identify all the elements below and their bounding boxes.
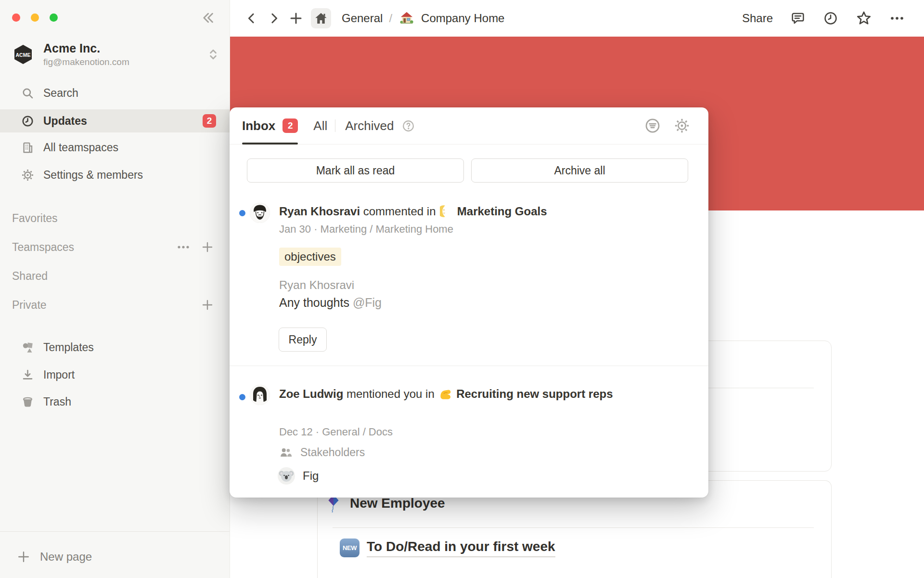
share-button[interactable]: Share — [742, 12, 773, 25]
sidebar-item-trash[interactable]: Trash — [0, 390, 230, 413]
sidebar-section-favorites[interactable]: Favorites — [12, 207, 213, 230]
window-controls — [12, 13, 58, 22]
house-with-garden-emoji — [399, 11, 414, 26]
sidebar-divider — [0, 531, 230, 532]
building-icon — [21, 141, 34, 154]
notification-title[interactable]: Zoe Ludwig mentioned you in Recruiting n… — [279, 385, 626, 403]
sidebar-item-all-teamspaces[interactable]: All teamspaces — [0, 136, 230, 159]
sidebar-section-teamspaces[interactable]: Teamspaces — [12, 236, 213, 259]
trash-icon — [21, 395, 34, 408]
sidebar-item-import[interactable]: Import — [0, 363, 230, 386]
comment-icon[interactable] — [790, 11, 806, 26]
sidebar: ACME Acme Inc. fig@makenotion.com Search… — [0, 0, 230, 578]
notification-divider — [230, 366, 708, 366]
history-clock-icon[interactable] — [823, 11, 838, 26]
workspace-switcher[interactable]: ACME Acme Inc. fig@makenotion.com — [13, 41, 219, 67]
workspace-switch-chevrons-icon[interactable] — [207, 48, 219, 61]
help-icon[interactable] — [402, 119, 415, 132]
search-icon — [21, 87, 34, 100]
sidebar-item-search[interactable]: Search — [0, 81, 230, 105]
unread-dot — [239, 394, 245, 400]
breadcrumb: General / Company Home — [342, 11, 504, 26]
flex-biceps-emoji — [438, 387, 452, 400]
breadcrumb-current[interactable]: Company Home — [421, 12, 504, 25]
new-page-button[interactable]: New page — [0, 543, 230, 570]
notion-window: ACME Acme Inc. fig@makenotion.com Search… — [0, 0, 924, 578]
unread-dot — [239, 210, 245, 216]
koala-emoji — [278, 467, 295, 485]
star-icon[interactable] — [856, 10, 872, 26]
sidebar-item-templates[interactable]: Templates — [0, 336, 230, 359]
notification-meta: Dec 12 · General / Docs — [279, 426, 393, 438]
updates-count-badge: 2 — [203, 114, 216, 128]
section-title: New Employee — [350, 496, 445, 511]
back-icon[interactable] — [244, 11, 259, 26]
archive-all-button[interactable]: Archive all — [471, 158, 688, 183]
avatar — [250, 203, 270, 223]
gear-icon — [21, 169, 34, 182]
mark-all-read-button[interactable]: Mark all as read — [247, 158, 464, 183]
home-icon — [314, 12, 328, 25]
moon-emoji — [440, 205, 453, 218]
inbox-popup: Inbox 2 All Archived Mark all as read Ar… — [230, 107, 708, 498]
stakeholders-property: Stakeholders — [279, 446, 365, 459]
avatar — [250, 385, 270, 405]
inbox-unread-badge: 2 — [282, 118, 298, 133]
inbox-header: Inbox 2 All Archived — [230, 107, 708, 144]
sidebar-item-settings[interactable]: Settings & members — [0, 163, 230, 186]
forward-icon[interactable] — [267, 11, 281, 26]
page-link-row: NEW To Do/Read in your first week — [340, 539, 555, 557]
workspace-name: Acme Inc. — [43, 41, 129, 55]
breadcrumb-parent[interactable]: General — [342, 12, 383, 25]
breadcrumb-home-button[interactable] — [311, 8, 331, 28]
sidebar-item-updates[interactable]: Updates 2 — [0, 109, 230, 132]
notification-title[interactable]: Ryan Khosravi commented in Marketing Goa… — [279, 202, 626, 220]
clock-icon — [21, 115, 34, 128]
svg-text:ACME: ACME — [16, 52, 31, 58]
gear-icon[interactable] — [674, 118, 690, 134]
ellipsis-icon[interactable] — [889, 16, 905, 21]
plus-icon — [17, 551, 30, 563]
more-icon[interactable] — [177, 245, 190, 250]
highlighted-quote[interactable]: objectives — [279, 248, 341, 266]
tab-inbox[interactable]: Inbox 2 — [242, 107, 298, 144]
import-icon — [21, 368, 34, 381]
close-window-button[interactable] — [12, 13, 20, 22]
tab-separator — [335, 119, 335, 132]
topbar: General / Company Home Share — [230, 0, 924, 37]
reply-button[interactable]: Reply — [279, 328, 327, 352]
comment-author: Ryan Khosravi — [279, 278, 354, 292]
workspace-email: fig@makenotion.com — [43, 57, 129, 67]
minimize-window-button[interactable] — [31, 13, 39, 22]
workspace-logo: ACME — [13, 44, 34, 65]
new-tab-plus-icon[interactable] — [289, 11, 303, 26]
filter-icon[interactable] — [644, 118, 661, 134]
comment-text: Any thoughts @Fig — [279, 296, 382, 310]
people-icon — [279, 446, 292, 459]
person-chip[interactable]: Fig — [278, 467, 319, 485]
plus-icon[interactable] — [202, 241, 213, 253]
notification-meta: Jan 30 · Marketing / Marketing Home — [279, 223, 453, 236]
zoom-window-button[interactable] — [50, 13, 58, 22]
tab-archived[interactable]: Archived — [345, 118, 394, 133]
new-button-emoji: NEW — [340, 539, 359, 557]
sidebar-section-shared[interactable]: Shared — [12, 264, 213, 288]
page-link[interactable]: To Do/Read in your first week — [367, 539, 555, 557]
mention-chip[interactable]: @Fig — [353, 296, 382, 309]
collapse-sidebar-icon[interactable] — [201, 11, 215, 25]
tab-all[interactable]: All — [313, 118, 327, 133]
plus-icon[interactable] — [202, 299, 213, 311]
templates-icon — [21, 341, 34, 354]
sidebar-section-private[interactable]: Private — [12, 293, 213, 316]
